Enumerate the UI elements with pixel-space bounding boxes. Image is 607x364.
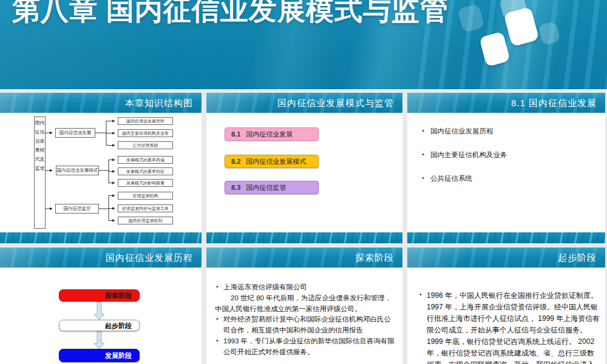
bullet-item-detail: 20 世纪 80 年代后期，为适应企业债券发行和管理，中国人民银行批准成立的第一… [215, 293, 398, 315]
flowchart-leaf-box: 国内主要征信机构及业务 [118, 129, 173, 137]
flowchart-branch-box: 国内征信业发展模式 [56, 166, 99, 175]
bullet-item: 国内主要征信机构及业务 [422, 150, 599, 160]
flowchart-leaf-box: 公共征信系统 [118, 141, 173, 149]
flowchart-leaf-box: 征信监管机构 [118, 192, 173, 200]
stage-box-startup: 起步阶段 [59, 320, 140, 331]
panel-header: 8.1 国内征信业发展 [407, 93, 605, 113]
panel-footer [407, 232, 605, 243]
slide-panel-history[interactable]: 国内征信业发展历程 探索阶段 起步阶段 发展阶段 [0, 248, 202, 364]
bullet-item-title: 上海远东资信评级有限公司 [223, 283, 307, 291]
arrow-down-icon [94, 331, 104, 349]
toc-item-8-1: 8.1国内征信业发展 [225, 127, 319, 141]
toc-item-number: 8.1 [231, 130, 240, 138]
flowchart-leaf-box: 国内征信业发展历程 [118, 117, 173, 125]
diamond-shape-icon [504, 7, 540, 47]
flowchart-branch-box: 国内征信业发展 [55, 128, 95, 138]
panel-header-title: 国内征信业发展模式与监管 [277, 93, 394, 113]
panel-header: 国内征信业发展模式与监管 [206, 93, 402, 113]
bullet-item: 1993 年，专门从事企业征信的新华信国际信息咨询有限公司开始正式对外提供服务。 [215, 336, 398, 358]
bullet-item: 1996 年，中国人民银行在全国推行企业贷款证制度。 1997 年，上海开展企业… [418, 290, 600, 364]
stage-box-develop: 发展阶段 [59, 349, 140, 362]
bullet-list: 1996 年，中国人民银行在全国推行企业贷款证制度。 1997 年，上海开展企业… [418, 290, 600, 364]
slide-panel-explore-stage[interactable]: 探索阶段 上海远东资信评级有限公司 20 世纪 80 年代后期，为适应企业债券发… [206, 248, 402, 364]
slide-panel-toc[interactable]: 国内征信业发展模式与监管 8.1国内征信业发展 8.2国内征信业发展模式 8.3… [206, 93, 402, 243]
toc-item-label: 国内征信业发展 [246, 130, 293, 138]
panel-header: 起步阶段 [407, 248, 605, 268]
flowchart-branch-box: 国内征信监管 [55, 204, 99, 214]
slide-panel-section-81[interactable]: 8.1 国内征信业发展 国内征信业发展历程 国内主要征信机构及业务 公共征信系统 [407, 93, 605, 243]
arrow-down-icon [94, 302, 104, 320]
toc-item-8-2: 8.2国内征信业发展模式 [225, 155, 319, 168]
panel-header-title: 探索阶段 [355, 248, 394, 268]
toc-item-label: 国内征信监管 [246, 184, 286, 191]
panel-header-title: 8.1 国内征信业发展 [511, 93, 597, 113]
chapter-title: 第八章 国内征信业发展模式与监管 [12, 0, 449, 29]
stage-box-explore: 探索阶段 [59, 289, 140, 302]
diamond-shape-icon [479, 32, 510, 67]
panel-footer [206, 232, 402, 243]
diamond-shape-icon [538, 21, 561, 46]
toc-item-8-3: 8.3国内征信监管 [225, 181, 319, 194]
diamond-shape-icon [457, 4, 484, 33]
flowchart-leaf-box: 发展模式的影响因素 [118, 179, 173, 187]
toc-item-label: 国内征信业发展模式 [246, 158, 306, 165]
bullet-item: 公共征信系统 [422, 174, 599, 183]
bullet-item: 上海远东资信评级有限公司 20 世纪 80 年代后期，为适应企业债券发行和管理，… [215, 282, 398, 314]
flowchart-leaf-box: 国内征信监管机制 [118, 217, 173, 224]
chapter-banner: 第八章 国内征信业发展模式与监管 [0, 0, 607, 89]
slide-panel-knowledge-map[interactable]: 本章知识结构图 国内征信业发展模式及监管 国内征信业发展 国内征信业 [0, 93, 202, 243]
slide-panel-startup-stage[interactable]: 起步阶段 1996 年，中国人民银行在全国推行企业贷款证制度。 1997 年，上… [407, 248, 605, 364]
panel-header-title: 起步阶段 [558, 248, 597, 268]
flowchart-root-box: 国内征信业发展模式及监管 [34, 116, 46, 229]
bullet-item: 对外经济贸易部计算中心和国际企业征信机构邓白氏公司合作，相互提供中国和外国企业的… [215, 314, 398, 336]
stage-arrows [0, 248, 202, 364]
bullet-list: 上海远东资信评级有限公司 20 世纪 80 年代后期，为适应企业债券发行和管理，… [215, 282, 398, 358]
flowchart-leaf-box: 发展模式的基本内涵 [118, 156, 173, 164]
bullet-item: 国内征信业发展历程 [422, 127, 599, 136]
panel-header: 探索阶段 [206, 248, 402, 268]
toc-item-number: 8.2 [231, 158, 240, 165]
bullet-list: 国内征信业发展历程 国内主要征信机构及业务 公共征信系统 [422, 127, 599, 198]
panel-footer [0, 232, 202, 243]
flowchart-leaf-box: 征信监管内容与监管工具 [118, 204, 173, 212]
flowchart-leaf-box: 发展模式的基本特征 [118, 167, 173, 175]
toc-item-number: 8.3 [231, 184, 240, 191]
